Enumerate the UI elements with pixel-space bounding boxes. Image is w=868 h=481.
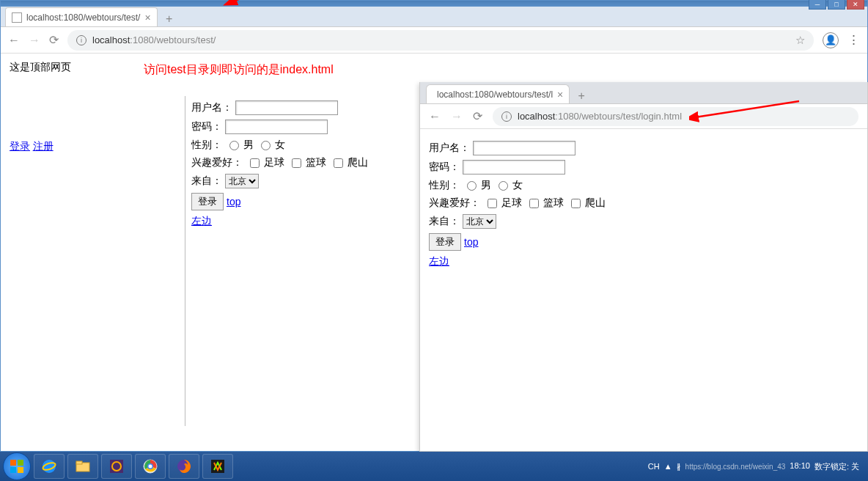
password-label: 密码： (191, 120, 222, 133)
taskbar-ie-icon[interactable] (34, 454, 65, 479)
top-link[interactable]: top (464, 236, 478, 248)
maximize-button[interactable]: □ (828, 0, 845, 10)
info-icon[interactable]: i (501, 111, 512, 122)
menu-icon[interactable]: ⋮ (847, 32, 860, 48)
tray-icon[interactable]: ▲ (664, 462, 672, 471)
password-input[interactable] (225, 120, 328, 134)
hobby-label: 兴趣爱好： (191, 156, 243, 169)
hobby-basketball-checkbox[interactable] (292, 158, 301, 168)
ime-indicator[interactable]: CH (648, 462, 660, 471)
taskbar-app2-icon[interactable] (202, 454, 233, 479)
hobby-label: 兴趣爱好： (429, 197, 480, 210)
forward-icon[interactable]: → (29, 34, 40, 47)
hobby-basketball-checkbox[interactable] (529, 199, 539, 208)
password-label: 密码： (429, 161, 460, 174)
gender-female-radio[interactable] (261, 141, 271, 150)
right-frame: 用户名： 密码： 性别： 男 女 兴趣爱好： 足球 篮球 爬山 来自： 北京 (185, 96, 368, 426)
new-tab-button[interactable]: + (574, 89, 589, 103)
start-button[interactable] (3, 452, 31, 480)
hobby-football-label: 足球 (264, 156, 284, 169)
password-input[interactable] (463, 160, 565, 175)
forward-icon[interactable]: → (451, 110, 463, 123)
sub-tab-title: localhost:1080/webtours/test/l (437, 89, 553, 100)
url-path: :1080/webtours/test/login.html (555, 111, 682, 122)
login-link[interactable]: 登录 (10, 140, 30, 152)
hobby-climbing-label: 爬山 (347, 156, 368, 169)
numlock-status: 数字锁定: 关 (814, 461, 859, 472)
hobby-climbing-checkbox[interactable] (334, 158, 343, 168)
username-input[interactable] (473, 141, 575, 155)
taskbar-firefox-icon[interactable] (169, 454, 199, 479)
gender-male-radio[interactable] (229, 141, 239, 150)
tab-title: localhost:1080/webtours/test/ (26, 12, 140, 23)
username-label: 用户名： (191, 101, 232, 114)
login-button[interactable]: 登录 (191, 193, 224, 210)
svg-rect-5 (18, 460, 23, 466)
gender-label: 性别： (191, 139, 222, 152)
svg-rect-11 (76, 461, 82, 464)
gender-female-radio[interactable] (499, 181, 508, 191)
sub-browser-tab[interactable]: localhost:1080/webtours/test/l × (426, 84, 570, 103)
bluetooth-icon[interactable]: ∦ (677, 462, 681, 471)
from-label: 来自： (429, 215, 460, 228)
svg-point-17 (149, 465, 152, 469)
svg-rect-4 (10, 460, 16, 466)
reload-icon[interactable]: ⟳ (49, 33, 59, 47)
tab-close-icon[interactable]: × (144, 12, 150, 23)
annotation-text: 访问test目录则即访问的是index.html (144, 62, 334, 78)
username-input[interactable] (235, 100, 338, 115)
taskbar: CH ▲ ∦ https://blog.csdn.net/weixin_43 1… (0, 452, 868, 481)
left-link[interactable]: 左边 (429, 255, 449, 268)
gender-male-label: 男 (243, 139, 254, 152)
new-tab-button[interactable]: + (162, 12, 177, 26)
left-frame: 登录 注册 (10, 96, 185, 426)
svg-rect-6 (10, 467, 16, 473)
svg-line-1 (233, 0, 315, 1)
sub-page-content: 用户名： 密码： 性别： 男 女 兴趣爱好： 足球 篮球 爬山 来自： 北京 登… (420, 129, 867, 280)
register-link[interactable]: 注册 (33, 140, 54, 152)
from-select[interactable]: 北京 (225, 174, 259, 188)
close-button[interactable]: ✕ (847, 0, 864, 10)
back-icon[interactable]: ← (429, 110, 441, 123)
top-heading: 这是顶部网页 (10, 61, 858, 74)
hobby-football-checkbox[interactable] (488, 199, 497, 208)
username-label: 用户名： (429, 142, 470, 155)
back-icon[interactable]: ← (8, 34, 20, 47)
hobby-basketball-label: 篮球 (306, 156, 326, 169)
reload-icon[interactable]: ⟳ (473, 109, 482, 123)
watermark-text: https://blog.csdn.net/weixin_43 (685, 463, 786, 471)
taskbar-chrome-icon[interactable] (135, 454, 166, 479)
minimize-button[interactable]: ─ (809, 0, 826, 10)
annotation-arrow-2 (689, 94, 806, 125)
hobby-climbing-checkbox[interactable] (571, 199, 581, 208)
url-path: :1080/webtours/test/ (130, 34, 216, 45)
from-select[interactable]: 北京 (463, 214, 496, 229)
gender-male-radio[interactable] (467, 181, 477, 191)
taskbar-app1-icon[interactable] (101, 454, 132, 479)
browser-tab[interactable]: localhost:1080/webtours/test/ × (5, 7, 158, 26)
window-controls: ─ □ ✕ (809, 0, 864, 10)
left-link[interactable]: 左边 (191, 215, 212, 228)
tab-bar: localhost:1080/webtours/test/ × + (1, 7, 867, 27)
tab-close-icon[interactable]: × (557, 89, 563, 100)
hobby-football-checkbox[interactable] (250, 158, 260, 168)
gender-female-label: 女 (275, 139, 285, 152)
url-host: localhost (518, 111, 555, 122)
top-link[interactable]: top (227, 196, 240, 208)
address-bar[interactable]: i localhost:1080/webtours/test/ ☆ (67, 30, 814, 51)
annotation-arrow-1 (227, 0, 323, 11)
from-label: 来自： (191, 175, 222, 188)
info-icon[interactable]: i (76, 35, 87, 45)
svg-rect-7 (18, 467, 23, 473)
profile-icon[interactable]: 👤 (823, 32, 839, 48)
titlebar: ─ □ ✕ (1, 1, 867, 7)
clock[interactable]: 18:10 (790, 461, 810, 471)
svg-line-3 (695, 101, 799, 117)
bookmark-star-icon[interactable]: ☆ (795, 34, 805, 47)
taskbar-explorer-icon[interactable] (67, 454, 98, 479)
page-icon (12, 12, 22, 23)
gender-label: 性别： (429, 179, 460, 192)
login-button[interactable]: 登录 (429, 233, 461, 251)
toolbar: ← → ⟳ i localhost:1080/webtours/test/ ☆ … (1, 27, 867, 54)
system-tray: CH ▲ ∦ https://blog.csdn.net/weixin_43 1… (648, 461, 865, 472)
